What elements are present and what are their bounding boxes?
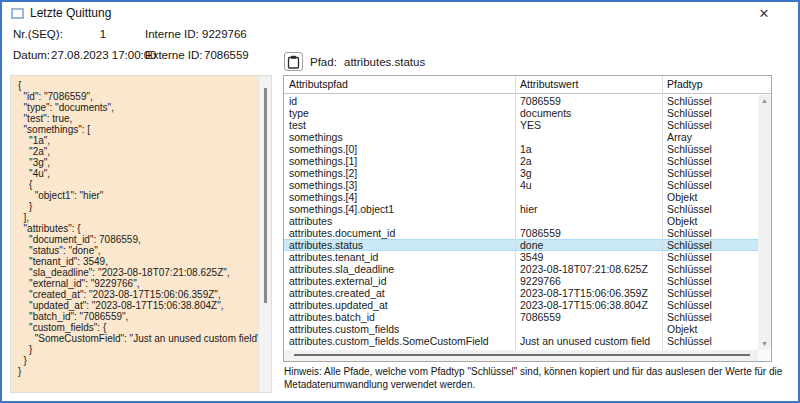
cell-wert: documents: [515, 107, 662, 119]
seq-value: 1: [94, 28, 112, 40]
cell-wert: 2a: [515, 155, 662, 167]
cell-typ: Schlüssel: [662, 203, 758, 215]
json-content: { "id": "7086559", "type": "documents", …: [11, 76, 271, 392]
hint-text: Hinweis: Alle Pfade, welche vom Pfadtyp …: [284, 365, 796, 391]
cell-wert: hier: [515, 203, 662, 215]
cell-pfad: somethings.[1]: [284, 155, 515, 167]
cell-pfad: somethings.[2]: [284, 167, 515, 179]
cell-wert: 2023-08-17T15:06:38.804Z: [515, 299, 662, 311]
cell-wert: [515, 323, 662, 335]
column-header-pfadtyp[interactable]: Pfadtyp: [662, 76, 771, 93]
cell-wert: 7086559: [515, 311, 662, 323]
cell-pfad: attributes.sla_deadline: [284, 263, 515, 275]
externe-id-value: 7086559: [204, 49, 249, 61]
table-row[interactable]: attributes.batch_id7086559Schlüssel: [284, 311, 758, 323]
cell-pfad: attributes.custom_fields: [284, 323, 515, 335]
horizontal-scrollbar-thumb[interactable]: [294, 354, 750, 356]
cell-typ: Schlüssel: [662, 179, 758, 191]
table-row[interactable]: typedocumentsSchlüssel: [284, 107, 758, 119]
cell-pfad: attributes.document_id: [284, 227, 515, 239]
cell-pfad: test: [284, 119, 515, 131]
table-row[interactable]: id7086559Schlüssel: [284, 95, 758, 107]
cell-typ: Schlüssel: [662, 275, 758, 287]
cell-wert: [515, 215, 662, 227]
cell-typ: Array: [662, 131, 758, 143]
cell-wert: [515, 191, 662, 203]
cell-typ: Schlüssel: [662, 155, 758, 167]
table-row[interactable]: somethings.[0]1aSchlüssel: [284, 143, 758, 155]
scrollbar-corner: [758, 350, 771, 361]
table-row[interactable]: attributes.custom_fieldsObjekt: [284, 323, 758, 335]
cell-pfad: attributes.custom_fields.SomeCustomField: [284, 335, 515, 347]
hint-line-1: Hinweis: Alle Pfade, welche vom Pfadtyp …: [284, 365, 796, 378]
interne-id-label: Interne ID:: [145, 28, 199, 40]
cell-typ: Schlüssel: [662, 287, 758, 299]
column-header-attributswert[interactable]: Attributswert: [515, 76, 662, 93]
cell-typ: Schlüssel: [662, 311, 758, 323]
cell-pfad: attributes.updated_at: [284, 299, 515, 311]
cell-pfad: id: [284, 95, 515, 107]
scroll-down-icon[interactable]: ▼: [758, 338, 771, 350]
column-header-attributspfad[interactable]: Attributspfad: [284, 76, 515, 93]
table-row[interactable]: attributes.statusdoneSchlüssel: [284, 239, 758, 251]
table-header: Attributspfad Attributswert Pfadtyp: [284, 76, 771, 94]
interne-id-value: 9229766: [202, 28, 247, 40]
clipboard-icon: [287, 55, 300, 69]
dialog-letzte-quittung: Letzte Quittung ✕ Nr.(SEQ): 1 Interne ID…: [0, 0, 800, 403]
table-row[interactable]: attributes.document_id7086559Schlüssel: [284, 227, 758, 239]
cell-typ: Schlüssel: [662, 95, 758, 107]
cell-wert: 3549: [515, 251, 662, 263]
json-scrollbar-thumb[interactable]: [264, 88, 267, 303]
cell-typ: Schlüssel: [662, 335, 758, 347]
cell-pfad: attributes.batch_id: [284, 311, 515, 323]
table-row[interactable]: attributes.created_at2023-08-17T15:06:06…: [284, 287, 758, 299]
hint-line-2: Metadatenumwandlung verwendet werden.: [284, 378, 796, 391]
table-row[interactable]: somethings.[2]3gSchlüssel: [284, 167, 758, 179]
titlebar: Letzte Quittung ✕: [2, 2, 798, 26]
table-vertical-scrollbar[interactable]: ▲ ▼: [758, 95, 771, 350]
cell-pfad: attributes: [284, 215, 515, 227]
cell-typ: Schlüssel: [662, 107, 758, 119]
table-row[interactable]: attributes.tenant_id3549Schlüssel: [284, 251, 758, 263]
table-row[interactable]: somethings.[4]Objekt: [284, 191, 758, 203]
cell-pfad: attributes.created_at: [284, 287, 515, 299]
externe-id-label: Externe ID:: [145, 49, 203, 61]
cell-typ: Schlüssel: [662, 299, 758, 311]
json-preview-panel[interactable]: { "id": "7086559", "type": "documents", …: [10, 75, 272, 393]
close-icon[interactable]: ✕: [754, 5, 774, 23]
scroll-up-icon[interactable]: ▲: [758, 95, 771, 107]
cell-typ: Objekt: [662, 215, 758, 227]
table-row[interactable]: attributes.custom_fields.SomeCustomField…: [284, 335, 758, 347]
path-value: attributes.status: [344, 56, 425, 68]
column-divider: [515, 76, 516, 350]
table-horizontal-scrollbar[interactable]: [284, 350, 758, 361]
table-row[interactable]: attributesObjekt: [284, 215, 758, 227]
seq-label: Nr.(SEQ):: [13, 28, 63, 40]
table-row[interactable]: somethings.[4].object1hierSchlüssel: [284, 203, 758, 215]
datum-value: 27.08.2023 17:00:00: [51, 49, 157, 61]
cell-wert: 7086559: [515, 227, 662, 239]
cell-wert: 2023-08-18T07:21:08.625Z: [515, 263, 662, 275]
table-row[interactable]: testYESSchlüssel: [284, 119, 758, 131]
cell-pfad: attributes.external_id: [284, 275, 515, 287]
cell-typ: Schlüssel: [662, 119, 758, 131]
table-row[interactable]: attributes.updated_at2023-08-17T15:06:38…: [284, 299, 758, 311]
cell-typ: Schlüssel: [662, 227, 758, 239]
copy-path-button[interactable]: [284, 52, 303, 71]
cell-wert: 7086559: [515, 95, 662, 107]
json-vertical-scrollbar[interactable]: [258, 76, 271, 392]
cell-typ: Objekt: [662, 323, 758, 335]
window-icon: [11, 8, 24, 19]
cell-pfad: somethings.[4].object1: [284, 203, 515, 215]
cell-wert: 1a: [515, 143, 662, 155]
path-label: Pfad:: [310, 56, 337, 68]
table-row[interactable]: somethingsArray: [284, 131, 758, 143]
table-row[interactable]: attributes.sla_deadline2023-08-18T07:21:…: [284, 263, 758, 275]
cell-wert: Just an unused custom field: [515, 335, 662, 347]
cell-typ: Objekt: [662, 191, 758, 203]
cell-wert: 2023-08-17T15:06:06.359Z: [515, 287, 662, 299]
attribute-table-body: id7086559SchlüsseltypedocumentsSchlüssel…: [284, 95, 758, 350]
table-row[interactable]: somethings.[3]4uSchlüssel: [284, 179, 758, 191]
table-row[interactable]: attributes.external_id9229766Schlüssel: [284, 275, 758, 287]
table-row[interactable]: somethings.[1]2aSchlüssel: [284, 155, 758, 167]
